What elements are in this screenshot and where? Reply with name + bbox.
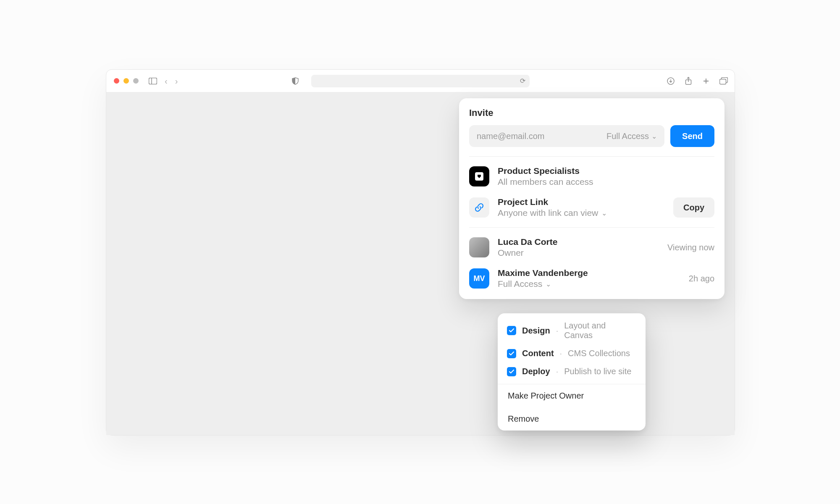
permission-label: Content	[522, 349, 554, 358]
tabs-overview-icon[interactable]	[719, 77, 728, 85]
member-avatar: MV	[469, 268, 489, 289]
separator: ·	[560, 349, 562, 358]
org-name: Product Specialists	[498, 166, 714, 176]
member-role: Full Access	[498, 279, 542, 289]
svg-rect-0	[149, 78, 157, 84]
privacy-shield-icon[interactable]	[291, 77, 299, 85]
nav-back-icon[interactable]: ‹	[165, 77, 168, 85]
sidebar-toggle-icon[interactable]	[149, 77, 157, 85]
project-link-title: Project Link	[498, 197, 665, 207]
permission-label: Design	[522, 326, 550, 336]
nav-forward-icon[interactable]: ›	[175, 77, 178, 85]
send-button[interactable]: Send	[670, 125, 714, 147]
make-owner-action[interactable]: Make Project Owner	[498, 384, 646, 407]
invite-access-selector[interactable]: Full Access ⌄	[606, 131, 657, 141]
divider	[469, 156, 714, 157]
titlebar-left-group: ‹ ›	[149, 77, 178, 85]
checkbox-checked-icon	[507, 367, 516, 376]
member-name: Maxime Vandenberge	[498, 268, 680, 278]
member-role: Owner	[498, 248, 659, 258]
invite-input-row: Full Access ⌄ Send	[469, 125, 714, 147]
member-row: Luca Da Corte Owner Viewing now	[469, 237, 714, 258]
invite-email-input[interactable]	[477, 131, 606, 141]
member-role-selector[interactable]: Full Access ⌄	[498, 279, 680, 289]
member-name: Luca Da Corte	[498, 237, 659, 247]
link-icon	[469, 197, 489, 218]
copy-link-button[interactable]: Copy	[673, 197, 714, 218]
window-controls	[114, 78, 139, 84]
checkbox-checked-icon	[507, 326, 516, 335]
member-row: MV Maxime Vandenberge Full Access ⌄ 2h a…	[469, 268, 714, 289]
member-avatar	[469, 237, 489, 257]
permission-option-design[interactable]: Design · Layout and Canvas	[498, 313, 646, 344]
address-bar[interactable]: ⟳	[311, 75, 530, 87]
chevron-down-icon: ⌄	[651, 132, 657, 140]
org-subtitle: All members can access	[498, 177, 714, 187]
svg-rect-5	[720, 79, 726, 84]
project-link-access-selector[interactable]: Anyone with link can view ⌄	[498, 208, 665, 218]
permission-option-content[interactable]: Content · CMS Collections	[498, 344, 646, 362]
project-link-row: Project Link Anyone with link can view ⌄…	[469, 197, 714, 218]
downloads-icon[interactable]	[667, 77, 675, 85]
permission-label: Deploy	[522, 367, 550, 376]
invite-access-label: Full Access	[606, 131, 649, 141]
reload-icon[interactable]: ⟳	[520, 77, 525, 85]
member-status: 2h ago	[689, 274, 714, 284]
project-link-subtitle: Anyone with link can view	[498, 208, 598, 218]
checkbox-checked-icon	[507, 349, 516, 358]
invite-input-wrap: Full Access ⌄	[469, 125, 664, 147]
permission-description: CMS Collections	[568, 349, 630, 358]
invite-panel-title: Invite	[469, 108, 714, 118]
permission-description: Publish to live site	[564, 367, 631, 376]
browser-window: ‹ › ⟳ Invite	[106, 69, 735, 436]
titlebar: ‹ › ⟳	[106, 70, 735, 92]
remove-member-action[interactable]: Remove	[498, 407, 646, 430]
invite-panel: Invite Full Access ⌄ Send Product Specia…	[459, 98, 724, 299]
zoom-window-dot[interactable]	[133, 78, 139, 84]
titlebar-right-group	[667, 77, 728, 85]
separator: ·	[556, 367, 559, 376]
permissions-dropdown: Design · Layout and Canvas Content · CMS…	[498, 313, 646, 430]
member-status: Viewing now	[667, 243, 714, 252]
chevron-down-icon: ⌄	[546, 280, 551, 288]
permission-option-deploy[interactable]: Deploy · Publish to live site	[498, 362, 646, 384]
close-window-dot[interactable]	[114, 78, 119, 84]
minimize-window-dot[interactable]	[123, 78, 129, 84]
new-tab-icon[interactable]	[702, 77, 710, 85]
org-row: Product Specialists All members can acce…	[469, 166, 714, 187]
divider	[469, 227, 714, 228]
org-logo	[469, 166, 489, 186]
permission-description: Layout and Canvas	[564, 321, 636, 340]
share-icon[interactable]	[684, 77, 693, 85]
chevron-down-icon: ⌄	[601, 209, 607, 217]
separator: ·	[556, 326, 559, 336]
